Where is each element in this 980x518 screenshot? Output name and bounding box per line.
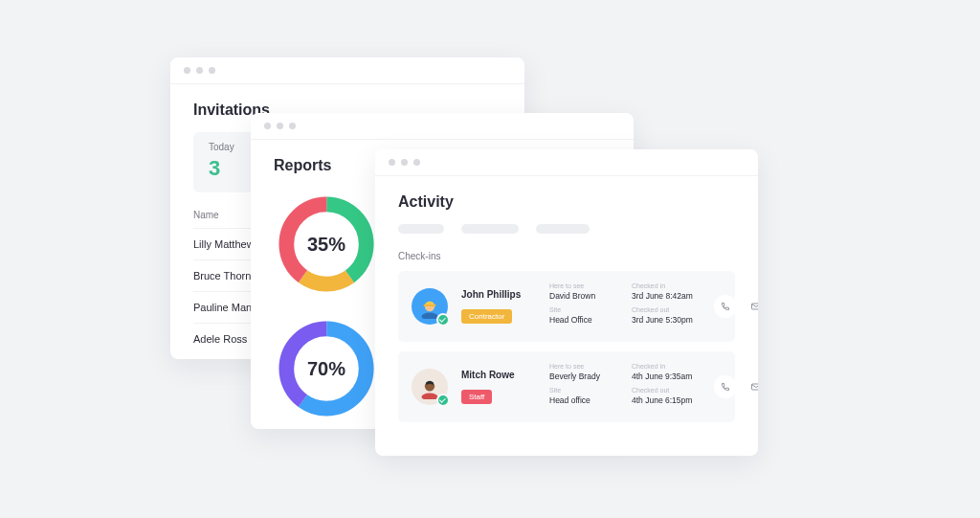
- checked-out-label: Checked out: [632, 387, 701, 394]
- here-to-see-label: Here to see: [549, 363, 618, 370]
- check-badge-icon: [436, 394, 450, 407]
- tab-placeholder[interactable]: [536, 224, 590, 234]
- window-titlebar: [375, 149, 758, 176]
- call-button[interactable]: [714, 295, 737, 318]
- checked-in-value: 3rd June 8:42am: [632, 291, 701, 301]
- avatar: [412, 369, 448, 405]
- window-dot: [196, 67, 203, 74]
- window-titlebar: [170, 57, 524, 84]
- here-to-see-value: David Brown: [549, 291, 618, 301]
- email-button[interactable]: [745, 295, 758, 318]
- tab-placeholder[interactable]: [398, 224, 444, 234]
- checked-in-value: 4th June 9:35am: [632, 372, 701, 381]
- checkin-row: Mitch Rowe Staff Here to see Beverly Bra…: [398, 351, 735, 422]
- window-dot: [289, 123, 296, 129]
- site-label: Site: [549, 387, 618, 394]
- site-value: Head office: [549, 395, 618, 405]
- donut-center-label: 70%: [307, 358, 345, 380]
- person-name: John Phillips: [461, 289, 536, 300]
- checked-out-value: 3rd June 5:30pm: [632, 315, 701, 325]
- donut-chart: 70%: [274, 316, 379, 421]
- donut-chart: 35%: [274, 191, 379, 297]
- activity-title: Activity: [398, 193, 735, 211]
- window-dot: [264, 123, 271, 129]
- activity-window: Activity Check-ins John Phillips Contrac…: [375, 149, 758, 456]
- email-button[interactable]: [745, 375, 758, 398]
- call-button[interactable]: [714, 375, 737, 398]
- checked-out-value: 4th June 6:15pm: [632, 395, 701, 405]
- checkin-row: John Phillips Contractor Here to see Dav…: [398, 271, 735, 342]
- checkins-section-label: Check-ins: [398, 251, 735, 261]
- window-dot: [389, 159, 395, 166]
- avatar: [412, 288, 448, 325]
- window-dot: [277, 123, 283, 129]
- here-to-see-value: Beverly Brady: [549, 372, 618, 381]
- check-badge-icon: [436, 313, 450, 327]
- checked-in-label: Checked in: [632, 282, 701, 289]
- svg-point-11: [422, 394, 438, 400]
- window-dot: [209, 67, 215, 74]
- checked-out-label: Checked out: [632, 306, 701, 313]
- window-titlebar: [251, 113, 634, 140]
- svg-rect-9: [424, 304, 436, 306]
- window-dot: [413, 159, 420, 166]
- tab-placeholder[interactable]: [461, 224, 519, 234]
- here-to-see-label: Here to see: [549, 282, 618, 289]
- donut-center-label: 35%: [307, 234, 345, 256]
- role-badge: Staff: [461, 390, 492, 404]
- svg-point-7: [422, 313, 438, 320]
- window-dot: [184, 67, 190, 74]
- role-badge: Contractor: [461, 309, 512, 324]
- checked-in-label: Checked in: [632, 363, 701, 370]
- person-name: Mitch Rowe: [461, 370, 536, 380]
- tabs-row: [398, 224, 735, 234]
- window-dot: [401, 159, 408, 166]
- site-label: Site: [549, 306, 618, 313]
- site-value: Head Office: [549, 315, 618, 325]
